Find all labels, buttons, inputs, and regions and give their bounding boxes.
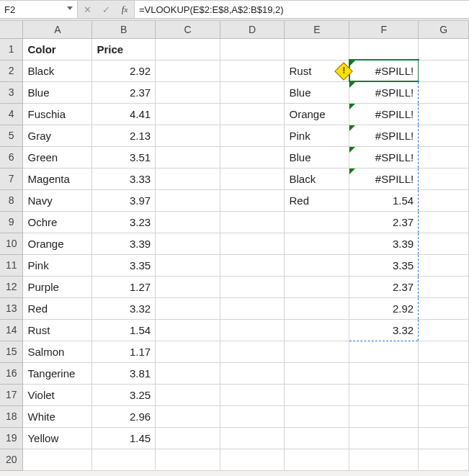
cell-C10[interactable]	[156, 233, 220, 254]
col-header-G[interactable]: G	[419, 21, 469, 38]
spreadsheet-grid[interactable]: A B C D E F G 1 Color Price 2Black2.92Ru…	[0, 21, 469, 471]
row-header-3[interactable]: 3	[0, 81, 23, 103]
cell-C15[interactable]	[156, 341, 220, 362]
fx-button[interactable]: fx	[118, 3, 131, 16]
cell-A16[interactable]: Tangerine	[23, 362, 92, 384]
cell-B9[interactable]: 3.23	[92, 211, 156, 233]
row-header-7[interactable]: 7	[0, 168, 23, 189]
cell-D14[interactable]	[220, 319, 285, 341]
cell-C2[interactable]	[156, 60, 220, 81]
cell-B7[interactable]: 3.33	[92, 168, 156, 189]
cell-A3[interactable]: Blue	[23, 81, 92, 103]
cell-B3[interactable]: 2.37	[92, 81, 156, 103]
cell-E17[interactable]	[285, 384, 349, 405]
cell-F4[interactable]: #SPILL!	[349, 103, 419, 125]
select-all-corner[interactable]	[0, 21, 23, 38]
col-header-D[interactable]: D	[220, 21, 285, 38]
row-header-9[interactable]: 9	[0, 211, 23, 233]
cell-F16[interactable]	[349, 362, 419, 384]
cell-B19[interactable]: 1.45	[92, 427, 156, 449]
cell-D5[interactable]	[220, 125, 285, 146]
cell-F2[interactable]: #SPILL!	[349, 60, 419, 81]
cell-C12[interactable]	[156, 276, 220, 297]
cell-E2[interactable]: Rust!	[285, 60, 349, 81]
cell-C16[interactable]	[156, 362, 220, 384]
cell-E1[interactable]	[285, 38, 349, 60]
cell-F10[interactable]: 3.39	[349, 233, 419, 254]
cell-B2[interactable]: 2.92	[92, 60, 156, 81]
cell-G20[interactable]	[419, 449, 469, 470]
cell-E18[interactable]	[285, 405, 349, 427]
cell-B15[interactable]: 1.17	[92, 341, 156, 362]
row-header-4[interactable]: 4	[0, 103, 23, 125]
col-header-B[interactable]: B	[92, 21, 156, 38]
cell-E5[interactable]: Pink	[285, 125, 349, 146]
cell-C11[interactable]	[156, 254, 220, 276]
cell-G13[interactable]	[419, 297, 469, 319]
cell-C19[interactable]	[156, 427, 220, 449]
cell-G17[interactable]	[419, 384, 469, 405]
cancel-button[interactable]: ✕	[81, 3, 94, 16]
col-header-A[interactable]: A	[23, 21, 92, 38]
cell-E10[interactable]	[285, 233, 349, 254]
cell-D9[interactable]	[220, 211, 285, 233]
cell-E19[interactable]	[285, 427, 349, 449]
cell-D6[interactable]	[220, 146, 285, 168]
cell-C7[interactable]	[156, 168, 220, 189]
cell-E3[interactable]: Blue	[285, 81, 349, 103]
cell-E11[interactable]	[285, 254, 349, 276]
cell-D7[interactable]	[220, 168, 285, 189]
cell-E4[interactable]: Orange	[285, 103, 349, 125]
cell-F15[interactable]	[349, 341, 419, 362]
cell-E13[interactable]	[285, 297, 349, 319]
cell-E7[interactable]: Black	[285, 168, 349, 189]
cell-A5[interactable]: Gray	[23, 125, 92, 146]
cell-E20[interactable]	[285, 449, 349, 470]
cell-D1[interactable]	[220, 38, 285, 60]
cell-E15[interactable]	[285, 341, 349, 362]
cell-F7[interactable]: #SPILL!	[349, 168, 419, 189]
row-header-2[interactable]: 2	[0, 60, 23, 81]
cell-B4[interactable]: 4.41	[92, 103, 156, 125]
row-header-19[interactable]: 19	[0, 427, 23, 449]
cell-D3[interactable]	[220, 81, 285, 103]
cell-G11[interactable]	[419, 254, 469, 276]
col-header-C[interactable]: C	[156, 21, 220, 38]
cell-G2[interactable]	[419, 60, 469, 81]
cell-C13[interactable]	[156, 297, 220, 319]
formula-input[interactable]: =VLOOKUP(E$2:E$8,A$2:B$19,2)	[135, 1, 469, 18]
enter-button[interactable]: ✓	[99, 3, 112, 16]
cell-D20[interactable]	[220, 449, 285, 470]
cell-D19[interactable]	[220, 427, 285, 449]
cell-C5[interactable]	[156, 125, 220, 146]
cell-B6[interactable]: 3.51	[92, 146, 156, 168]
cell-C3[interactable]	[156, 81, 220, 103]
cell-A20[interactable]	[23, 449, 92, 470]
cell-G3[interactable]	[419, 81, 469, 103]
cell-A4[interactable]: Fuschia	[23, 103, 92, 125]
cell-D16[interactable]	[220, 362, 285, 384]
cell-A19[interactable]: Yellow	[23, 427, 92, 449]
cell-C6[interactable]	[156, 146, 220, 168]
cell-F9[interactable]: 2.37	[349, 211, 419, 233]
cell-A6[interactable]: Green	[23, 146, 92, 168]
cell-F12[interactable]: 2.37	[349, 276, 419, 297]
cell-F8[interactable]: 1.54	[349, 189, 419, 211]
cell-F13[interactable]: 2.92	[349, 297, 419, 319]
cell-A15[interactable]: Salmon	[23, 341, 92, 362]
cell-A13[interactable]: Red	[23, 297, 92, 319]
cell-A9[interactable]: Ochre	[23, 211, 92, 233]
cell-F6[interactable]: #SPILL!	[349, 146, 419, 168]
cell-F14[interactable]: 3.32	[349, 319, 419, 341]
cell-E14[interactable]	[285, 319, 349, 341]
cell-E6[interactable]: Blue	[285, 146, 349, 168]
cell-E16[interactable]	[285, 362, 349, 384]
cell-G14[interactable]	[419, 319, 469, 341]
cell-B8[interactable]: 3.97	[92, 189, 156, 211]
cell-D12[interactable]	[220, 276, 285, 297]
row-header-6[interactable]: 6	[0, 146, 23, 168]
cell-A1[interactable]: Color	[23, 38, 92, 60]
cell-C9[interactable]	[156, 211, 220, 233]
row-header-15[interactable]: 15	[0, 341, 23, 362]
row-header-13[interactable]: 13	[0, 297, 23, 319]
